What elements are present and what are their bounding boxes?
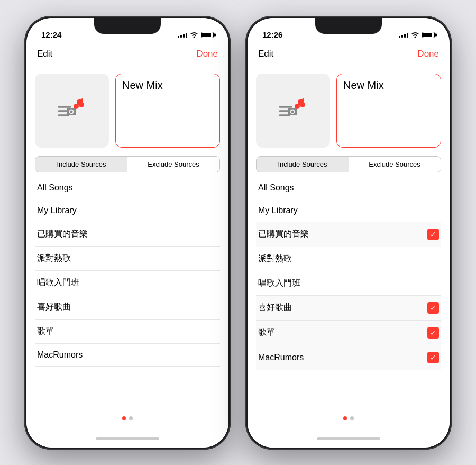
exclude-sources-btn-1[interactable]: Exclude Sources [127,157,219,172]
cover-art-1[interactable] [35,74,109,148]
home-bar-1 [96,437,159,440]
status-time-2: 12:26 [262,30,282,39]
list-item[interactable]: 派對熱歌 [256,247,441,271]
home-bar-2 [317,437,380,440]
list-item-label: 喜好歌曲 [37,302,71,313]
list-item[interactable]: 已購買的音樂 [35,222,220,247]
notch-2 [315,18,382,34]
mix-title-input-1[interactable]: New Mix [115,74,220,148]
segmented-control-1: Include Sources Exclude Sources [35,156,220,172]
list-item[interactable]: 唱歌入門班 [256,271,441,296]
list-item[interactable]: All Songs [35,177,220,199]
include-sources-btn-1[interactable]: Include Sources [35,157,127,172]
exclude-sources-btn-2[interactable]: Exclude Sources [349,157,441,172]
nav-edit-2: Edit [258,49,273,59]
nav-bar-2: Edit Done [248,44,450,65]
list-section-1: All Songs My Library 已購買的音樂 派對熱歌 唱歌入門班 [35,177,220,367]
battery-icon-2 [422,32,435,38]
include-sources-btn-2[interactable]: Include Sources [257,157,349,172]
list-item-label: My Library [37,206,77,215]
mix-header-1: New Mix [35,74,220,148]
page-dots-1 [26,410,228,431]
list-item[interactable]: 喜好歌曲 [35,295,220,320]
checkbox-icon: ✓ [427,302,439,314]
segmented-control-2: Include Sources Exclude Sources [256,156,441,172]
dot-active-1 [122,416,126,420]
status-time-1: 12:24 [41,30,61,39]
dot-inactive-1 [129,416,133,420]
svg-point-7 [79,102,84,107]
list-item-label: 已購買的音樂 [37,229,88,240]
list-item-label: 唱歌入門班 [258,278,300,289]
home-indicator-2 [248,431,450,448]
music-icon-2 [274,92,312,129]
list-item-label: 喜好歌曲 [258,302,292,313]
svg-point-5 [70,110,73,113]
battery-icon [201,32,214,38]
content-1: New Mix Include Sources Exclude Sources … [26,65,228,410]
nav-bar-1: Edit Done [26,44,228,65]
list-item-label: MacRumors [37,350,83,360]
signal-icon-2 [399,32,408,38]
list-item[interactable]: My Library [256,199,441,222]
list-item-label: 歌單 [37,326,54,337]
status-icons-2 [399,31,435,39]
list-item[interactable]: 唱歌入門班 [35,271,220,295]
dot-inactive-2 [350,416,354,420]
music-icon-1 [53,92,90,129]
checkbox-icon: ✓ [427,352,439,363]
list-item-label: 歌單 [258,327,275,338]
list-section-2: All Songs My Library 已購買的音樂 ✓ 派對熱歌 唱歌入門班 [256,177,441,370]
list-item[interactable]: All Songs [256,177,441,199]
list-item-label: All Songs [258,183,294,193]
list-item-label: All Songs [37,183,73,193]
notch [94,18,161,34]
signal-icon [178,32,187,38]
cover-art-2[interactable] [256,74,330,148]
list-item-selected[interactable]: MacRumors ✓ [256,345,441,370]
list-item-label: 已購買的音樂 [258,229,309,240]
status-icons-1 [178,31,214,39]
list-item[interactable]: 歌單 [35,320,220,344]
mix-header-2: New Mix [256,74,441,148]
home-indicator-1 [26,431,228,448]
list-item-selected[interactable]: 已購買的音樂 ✓ [256,222,441,247]
list-item-label: 派對熱歌 [258,253,292,265]
list-item-selected[interactable]: 歌單 ✓ [256,321,441,345]
checkbox-icon: ✓ [427,229,439,240]
list-item[interactable]: MacRumors [35,344,220,367]
list-item-label: 派對熱歌 [37,253,71,264]
mix-title-input-2[interactable]: New Mix [336,74,441,148]
nav-done-1[interactable]: Done [196,49,218,59]
list-item-label: MacRumors [258,353,304,362]
content-2: New Mix Include Sources Exclude Sources … [248,65,450,410]
svg-point-14 [295,104,300,109]
svg-point-6 [74,104,79,109]
wifi-icon [190,31,198,39]
svg-point-13 [291,110,294,113]
list-item-selected[interactable]: 喜好歌曲 ✓ [256,296,441,321]
nav-done-2[interactable]: Done [417,49,439,59]
list-item-label: My Library [258,206,298,215]
phone-2: 12:26 Ed [245,16,452,450]
list-item[interactable]: My Library [35,199,220,222]
dot-active-2 [343,416,347,420]
svg-point-15 [300,102,305,107]
phone-1: 12:24 Ed [24,16,231,450]
checkbox-icon: ✓ [427,327,439,339]
nav-edit-1: Edit [37,49,52,59]
page-dots-2 [248,410,450,431]
list-item-label: 唱歌入門班 [37,277,79,288]
wifi-icon-2 [411,31,419,39]
list-item[interactable]: 派對熱歌 [35,247,220,271]
